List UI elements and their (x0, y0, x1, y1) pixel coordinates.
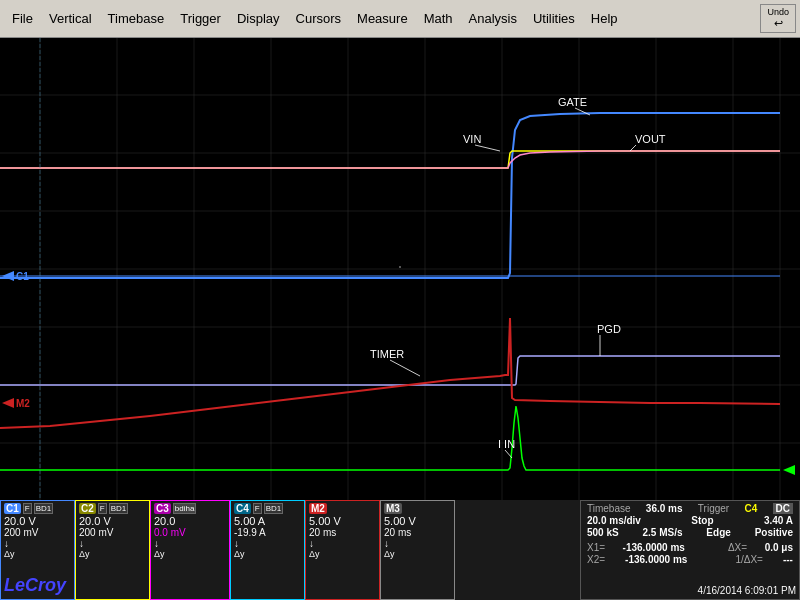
c3-arrow: ↓ (154, 538, 226, 549)
svg-text:C1: C1 (16, 271, 29, 282)
c3-voltage: 20.0 (154, 515, 226, 527)
lecroy-logo: LeCroy (4, 575, 66, 596)
m3-sub: 20 ms (384, 527, 451, 538)
inv-dx-value: --- (783, 554, 793, 565)
tb-ms-div: 20.0 ms/div (587, 515, 641, 526)
x1-label: X1= (587, 542, 605, 553)
scope-display: C1 M2 GATE VIN VOUT PGD TIMER I IN (0, 38, 800, 500)
trigger-channel: C4 (744, 503, 757, 514)
menu-math[interactable]: Math (416, 7, 461, 30)
c4-arrow: ↓ (234, 538, 301, 549)
c4-delta: Δy (234, 549, 301, 559)
menu-bar: File Vertical Timebase Trigger Display C… (0, 0, 800, 38)
c1-arrow: ↓ (4, 538, 71, 549)
trigger-slope: Edge (706, 527, 730, 538)
m2-voltage: 5.00 V (309, 515, 376, 527)
svg-text:VIN: VIN (463, 133, 481, 145)
svg-rect-19 (399, 266, 401, 268)
tb-value: 36.0 ms (646, 503, 683, 514)
m3-delta: Δy (384, 549, 451, 559)
trigger-type: Stop (691, 515, 713, 526)
m2-sub: 20 ms (309, 527, 376, 538)
menu-display[interactable]: Display (229, 7, 288, 30)
c2-delta: Δy (79, 549, 146, 559)
tb-label: Timebase (587, 503, 631, 514)
c1-voltage: 20.0 V (4, 515, 71, 527)
menu-trigger[interactable]: Trigger (172, 7, 229, 30)
c4-badge: C4 (234, 503, 251, 514)
trigger-value: 3.40 A (764, 515, 793, 526)
x2-label: X2= (587, 554, 605, 565)
menu-timebase[interactable]: Timebase (100, 7, 173, 30)
c4-bdi2: BD1 (264, 503, 284, 514)
m3-voltage: 5.00 V (384, 515, 451, 527)
svg-text:GATE: GATE (558, 96, 587, 108)
m2-badge: M2 (309, 503, 327, 514)
dx-label: ΔX= (728, 542, 747, 553)
svg-text:I IN: I IN (498, 438, 515, 450)
c4-sub: -19.9 A (234, 527, 301, 538)
c4-fbdi: F (253, 503, 262, 514)
status-bar: C1 F BD1 20.0 V 200 mV ↓ Δy C2 F BD1 20.… (0, 500, 800, 600)
ch2-panel: C2 F BD1 20.0 V 200 mV ↓ Δy (75, 500, 150, 600)
ch3-panel: C3 bdiha 20.0 0.0 mV ↓ Δy (150, 500, 230, 600)
c1-badge: C1 (4, 503, 21, 514)
menu-vertical[interactable]: Vertical (41, 7, 100, 30)
menu-file[interactable]: File (4, 7, 41, 30)
ch4-panel: C4 F BD1 5.00 A -19.9 A ↓ Δy (230, 500, 305, 600)
m2-arrow: ↓ (309, 538, 376, 549)
dx-value: 0.0 μs (765, 542, 793, 553)
c1-sub: 200 mV (4, 527, 71, 538)
menu-utilities[interactable]: Utilities (525, 7, 583, 30)
c3-badge: C3 (154, 503, 171, 514)
c2-bdi2: BD1 (109, 503, 129, 514)
trigger-label: Trigger (698, 503, 729, 514)
inv-dx-label: 1/ΔX= (735, 554, 763, 565)
trigger-dc: DC (773, 503, 793, 514)
c2-sub: 200 mV (79, 527, 146, 538)
c2-arrow: ↓ (79, 538, 146, 549)
x2-value: -136.0000 ms (625, 554, 687, 565)
c1-fbdi: F (23, 503, 32, 514)
datetime-display: 4/16/2014 6:09:01 PM (698, 585, 796, 596)
x1-value: -136.0000 ms (623, 542, 685, 553)
trigger-polarity: Positive (755, 527, 793, 538)
svg-text:VOUT: VOUT (635, 133, 666, 145)
c3-fbdi: bdiha (173, 503, 197, 514)
c2-badge: C2 (79, 503, 96, 514)
c3-delta: Δy (154, 549, 226, 559)
c4-voltage: 5.00 A (234, 515, 301, 527)
svg-text:M2: M2 (16, 398, 30, 409)
menu-analysis[interactable]: Analysis (461, 7, 525, 30)
menu-cursors[interactable]: Cursors (288, 7, 350, 30)
m3-panel: M3 5.00 V 20 ms ↓ Δy (380, 500, 455, 600)
c1-bdi2: BD1 (34, 503, 54, 514)
tb-samples: 500 kS (587, 527, 619, 538)
m3-arrow: ↓ (384, 538, 451, 549)
svg-text:PGD: PGD (597, 323, 621, 335)
c1-delta: Δy (4, 549, 71, 559)
menu-help[interactable]: Help (583, 7, 626, 30)
svg-text:TIMER: TIMER (370, 348, 404, 360)
undo-button[interactable]: Undo ↩ (760, 4, 796, 33)
c2-voltage: 20.0 V (79, 515, 146, 527)
menu-measure[interactable]: Measure (349, 7, 416, 30)
m2-delta: Δy (309, 549, 376, 559)
m2-panel: M2 5.00 V 20 ms ↓ Δy (305, 500, 380, 600)
m3-badge: M3 (384, 503, 402, 514)
c2-fbdi: F (98, 503, 107, 514)
c3-sub: 0.0 mV (154, 527, 226, 538)
tb-sample-rate: 2.5 MS/s (643, 527, 683, 538)
